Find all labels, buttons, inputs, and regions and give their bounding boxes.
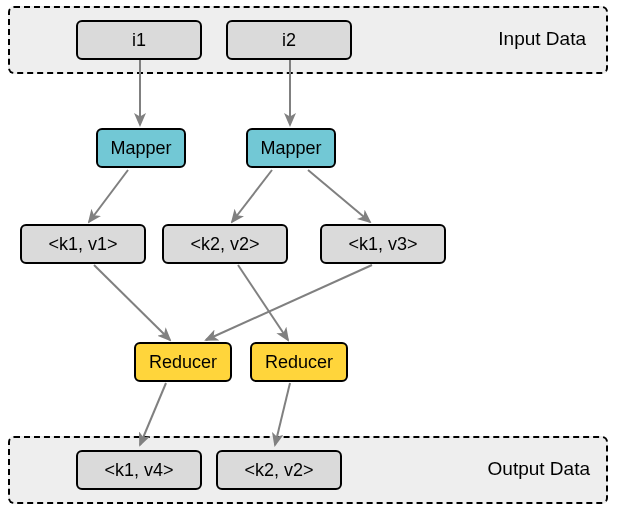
- node-kv2: <k2, v2>: [162, 224, 288, 264]
- node-out2: <k2, v2>: [216, 450, 342, 490]
- node-i1: i1: [76, 20, 202, 60]
- node-label: <k1, v4>: [104, 460, 173, 481]
- node-label: i1: [132, 30, 146, 51]
- node-label: Reducer: [265, 352, 333, 373]
- node-label: <k2, v2>: [190, 234, 259, 255]
- node-label: <k2, v2>: [244, 460, 313, 481]
- node-label: Mapper: [260, 138, 321, 159]
- mapreduce-diagram: Input Data Output Data: [0, 0, 624, 512]
- node-reducer-1: Reducer: [134, 342, 232, 382]
- input-data-label: Input Data: [498, 28, 586, 50]
- node-label: <k1, v1>: [48, 234, 117, 255]
- edge-mapper2-kv2: [232, 170, 272, 222]
- edge-kv1-reducer1: [94, 265, 170, 340]
- output-data-label: Output Data: [488, 458, 590, 480]
- node-mapper-2: Mapper: [246, 128, 336, 168]
- node-label: <k1, v3>: [348, 234, 417, 255]
- edge-mapper1-kv1: [89, 170, 128, 222]
- node-out1: <k1, v4>: [76, 450, 202, 490]
- edge-kv3-reducer1: [206, 265, 372, 340]
- node-i2: i2: [226, 20, 352, 60]
- node-mapper-1: Mapper: [96, 128, 186, 168]
- node-kv3: <k1, v3>: [320, 224, 446, 264]
- node-kv1: <k1, v1>: [20, 224, 146, 264]
- node-label: i2: [282, 30, 296, 51]
- node-label: Mapper: [110, 138, 171, 159]
- node-label: Reducer: [149, 352, 217, 373]
- edge-mapper2-kv3: [308, 170, 370, 222]
- edge-kv2-reducer2: [238, 265, 288, 340]
- node-reducer-2: Reducer: [250, 342, 348, 382]
